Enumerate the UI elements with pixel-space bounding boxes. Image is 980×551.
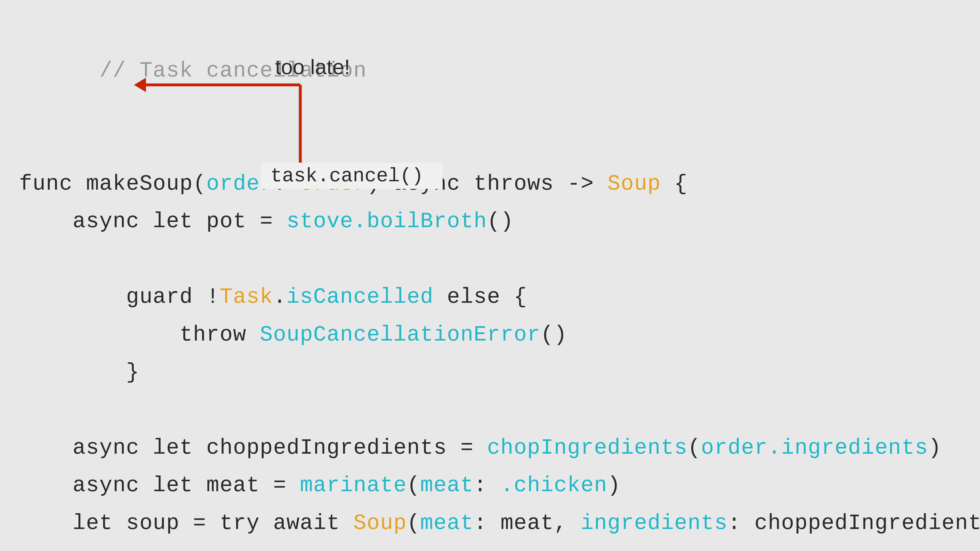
meat-label2: meat xyxy=(420,511,474,535)
meat-val: meat, xyxy=(501,511,581,535)
chopped-val: choppedIngredients) xyxy=(754,511,980,535)
colon1: : xyxy=(273,172,300,196)
paren3: ( xyxy=(687,436,701,460)
is-cancelled: isCancelled xyxy=(286,285,447,309)
ingredients-label: ingredients xyxy=(581,511,728,535)
paren-open: ( xyxy=(193,172,206,196)
stove-method: stove.boilBroth xyxy=(286,209,487,233)
blank-line3 xyxy=(19,392,961,429)
indent3 xyxy=(19,322,180,347)
let-kw2: let xyxy=(153,436,207,460)
guard-kw: guard xyxy=(126,285,206,309)
func-signature-line: func makeSoup(order: Order) async throws… xyxy=(19,165,961,203)
return-type: Soup xyxy=(608,172,674,196)
marinate-method: marinate xyxy=(300,473,407,498)
paren7: ( xyxy=(407,511,420,535)
meat-line: async let meat = marinate(meat: .chicken… xyxy=(19,467,961,505)
param-name: order xyxy=(206,172,273,196)
indent5 xyxy=(19,511,73,535)
throw-kw: throw xyxy=(180,322,260,347)
brace-close2: } xyxy=(126,360,140,384)
let-kw1: let xyxy=(153,209,207,233)
colon5: : xyxy=(487,549,514,551)
async-keyword: async xyxy=(394,172,474,196)
paren8: ( xyxy=(434,549,447,551)
parens1: () xyxy=(487,209,514,233)
chopped-line: async let choppedIngredients = chopIngre… xyxy=(19,429,961,467)
chop-method: chopIngredients xyxy=(487,436,687,460)
pot-label: pot xyxy=(447,549,487,551)
throws-keyword: throws xyxy=(474,172,567,196)
async-kw4: async xyxy=(19,473,153,498)
meat-label: meat xyxy=(420,473,474,498)
await-kw1: await xyxy=(273,511,353,535)
brace-open: { xyxy=(674,172,687,196)
order-ingredients: order.ingredients xyxy=(701,436,928,460)
let-kw4: let xyxy=(73,511,126,535)
soup-label: soup xyxy=(581,549,634,551)
async-kw3: async xyxy=(19,436,153,460)
paren4: ) xyxy=(928,436,942,460)
colon6: : xyxy=(634,549,661,551)
try-kw2: try xyxy=(166,549,220,551)
blank-line2 xyxy=(19,241,961,278)
guard-close-line: } xyxy=(19,354,961,392)
excl: ! xyxy=(206,285,220,309)
return-line: return try await stove.cook(pot: pot, so… xyxy=(19,542,961,551)
colon2: : xyxy=(474,473,501,498)
parens2: () xyxy=(541,322,567,347)
try-kw1: try xyxy=(220,511,273,535)
soup-var: soup = xyxy=(126,511,220,535)
soup-val: soup, xyxy=(661,549,741,551)
pot-line: async let pot = stove.boilBroth() xyxy=(19,203,961,241)
func-keyword: func xyxy=(19,172,86,196)
colon7: : xyxy=(848,549,875,551)
chopped-var: choppedIngredients = xyxy=(206,436,487,460)
error-type: SoupCancellationError xyxy=(260,322,541,347)
blank-line1 xyxy=(19,127,961,165)
func-name-text: makeSoup xyxy=(86,172,193,196)
indent4 xyxy=(19,360,126,384)
let-kw3: let xyxy=(153,473,207,498)
indent2 xyxy=(19,285,126,309)
param-type: Order xyxy=(300,172,366,196)
await-kw2: await xyxy=(220,549,300,551)
slide: // Task cancellation func makeSoup(order… xyxy=(0,0,980,551)
paren6: ) xyxy=(608,473,621,498)
colon4: : xyxy=(728,511,755,535)
arrow-text: -> xyxy=(567,172,608,196)
stove-cook: stove.cook xyxy=(300,549,434,551)
comment-line: // Task cancellation xyxy=(19,14,961,127)
indent6 xyxy=(19,549,73,551)
colon3: : xyxy=(474,511,501,535)
code-block: // Task cancellation func makeSoup(order… xyxy=(19,14,961,551)
minutes-val: .minutes xyxy=(875,549,980,551)
dot1: . xyxy=(273,285,286,309)
soup-type: Soup xyxy=(353,511,407,535)
async-kw2: async xyxy=(19,209,153,233)
return-kw: return xyxy=(73,549,166,551)
else-kw: else xyxy=(447,285,514,309)
task-type: Task xyxy=(220,285,273,309)
pot-var: pot = xyxy=(206,209,286,233)
guard-line: guard !Task.isCancelled else { xyxy=(19,278,961,316)
meat-var: meat = xyxy=(206,473,300,498)
throw-line: throw SoupCancellationError() xyxy=(19,316,961,354)
paren5: ( xyxy=(407,473,420,498)
pot-val: pot, xyxy=(514,549,581,551)
comment-text: // Task cancellation xyxy=(99,59,367,83)
paren-close: ) xyxy=(367,172,394,196)
chicken-val: .chicken xyxy=(501,473,608,498)
brace-open2: { xyxy=(514,285,527,309)
soup-line: let soup = try await Soup(meat: meat, in… xyxy=(19,505,961,542)
duration-label: duration xyxy=(741,549,848,551)
